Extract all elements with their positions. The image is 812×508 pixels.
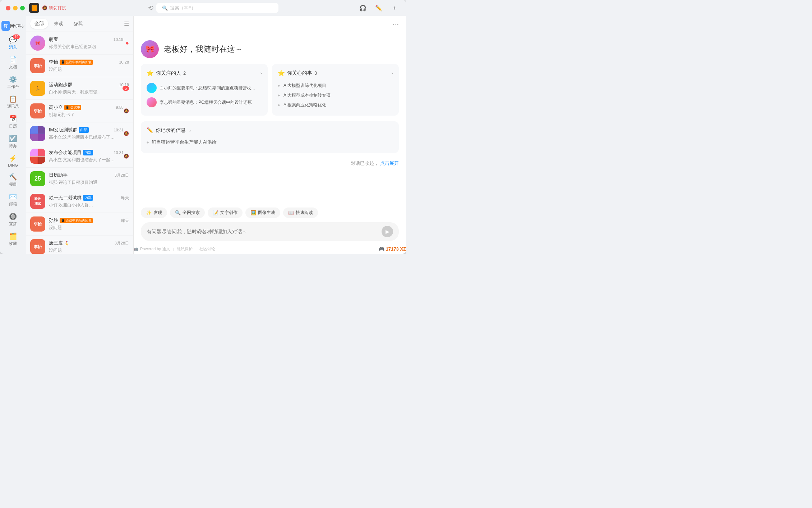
chat-name-running: 运动跑步群 xyxy=(49,81,72,88)
meeting-badge-sun: 📱 会议中稍后再回复 xyxy=(60,218,93,223)
conversation-collapsed: 对话已收起， 点击展开 xyxy=(141,159,399,168)
meeting-badge-gao: 📱 会议中 xyxy=(64,105,81,110)
star-icon: ⭐ xyxy=(147,70,154,76)
ai-avatar: 🎀 xyxy=(141,40,159,58)
follow-person-1[interactable]: 白小帅的重要消息：总结S1期间的重点项目营收… xyxy=(147,81,262,95)
action-write[interactable]: 📝 文字创作 xyxy=(208,208,243,218)
action-image[interactable]: 🖼️ 图像生成 xyxy=(245,208,280,218)
follow-thing-2[interactable]: ◆ AI大模型成本控制转专项 xyxy=(278,90,393,100)
settings-button[interactable]: ✏️ xyxy=(373,2,384,14)
sidebar-item-collection[interactable]: 🗂️ 收藏 xyxy=(0,229,26,249)
sidebar-item-workspace[interactable]: ⚙️ 工作台 xyxy=(0,73,26,92)
sidebar-item-todo[interactable]: ☑️ 待办 xyxy=(0,132,26,152)
notes-card: ✏️ 你记录的信息 › ◆ 钉当猫运营平台生产能力AI供给 xyxy=(141,121,399,153)
sidebar-item-messages[interactable]: 💬 14 消息 xyxy=(0,33,26,53)
more-options-button[interactable]: ··· xyxy=(393,20,399,28)
chat-name-launch: 发布会功能项目 内部 xyxy=(49,149,93,156)
chat-item-tangsanpi[interactable]: 李怡 唐三皮 🎖️ 3月28日 没问题 xyxy=(26,236,133,254)
close-button[interactable] xyxy=(6,6,10,10)
chat-item-mengbao[interactable]: 🎀 萌宝 10:19 你最关心的事已经更新啦 ● xyxy=(26,32,133,55)
title-bar: 🟧 🔕 请勿打扰 ⟲ 🔍 搜索（⌘F） 🎧 ✏️ ＋ xyxy=(0,0,406,16)
chat-name-gaoxiaoli: 高小立 📱 会议中 xyxy=(49,104,81,111)
follow-people-card: ⭐ 你关注的人 2 › 白小帅的重要消息：总结S1期间的重点项目营收… 李志强的… xyxy=(141,64,268,116)
chat-main-header: ··· xyxy=(134,16,406,33)
info-cards: ⭐ 你关注的人 2 › 白小帅的重要消息：总结S1期间的重点项目营收… 李志强的… xyxy=(141,64,399,116)
avatar-sunsheng: 李怡 xyxy=(30,216,45,232)
book-icon: 📖 xyxy=(288,210,294,215)
chat-list-tabs: 全部 未读 @我 ☰ xyxy=(26,16,133,32)
avatar-bxs xyxy=(147,83,157,93)
sidebar-org[interactable]: 钉 网钉科技 ‹ xyxy=(0,19,26,33)
sidebar-item-contacts[interactable]: 📋 通讯录 xyxy=(0,92,26,112)
projects-icon: 🔨 xyxy=(9,173,17,181)
sidebar-item-mail[interactable]: ✉️ 邮箱 xyxy=(0,190,26,210)
follow-thing-1[interactable]: ◆ AI大模型训练优化项目 xyxy=(278,81,393,90)
chat-item-sunsheng[interactable]: 李怡 孙胜 📱 会议中稍后再回复 昨天 没问题 xyxy=(26,213,133,236)
mute-icon-im: 🔕 xyxy=(124,131,129,136)
follow-thing-3[interactable]: ◆ AI搜索商业化策略优化 xyxy=(278,100,393,110)
sidebar-collapse-icon[interactable]: ‹ xyxy=(23,24,24,28)
maximize-button[interactable] xyxy=(20,6,25,10)
avatar-running: 🏃 xyxy=(30,81,45,96)
chat-item-calendar[interactable]: 25 日历助手 3月28日 张熙 评论了日程项目沟通 xyxy=(26,168,133,190)
notes-item-1[interactable]: ◆ 钉当猫运营平台生产能力AI供给 xyxy=(147,137,393,147)
action-discover[interactable]: ✨ 发现 xyxy=(141,208,167,218)
sidebar-item-ding[interactable]: ⚡ DING xyxy=(0,152,26,170)
docs-icon: 📄 xyxy=(9,56,17,64)
globe-search-icon: 🔍 xyxy=(175,210,181,215)
sidebar-item-yida[interactable]: 🔘 宜搭 xyxy=(0,210,26,229)
collection-icon: 🗂️ xyxy=(9,232,17,240)
avatar-imtest xyxy=(30,126,45,141)
add-button[interactable]: ＋ xyxy=(389,2,400,14)
send-button[interactable]: ▶ xyxy=(382,226,393,237)
contacts-icon: 📋 xyxy=(9,95,17,103)
tag-inner: 内部 xyxy=(79,127,89,133)
sidebar: 钉 网钉科技 ‹ 💬 14 消息 📄 文档 ⚙️ 工作台 📋 xyxy=(0,16,26,254)
expand-link[interactable]: 点击展开 xyxy=(380,160,399,166)
tab-all[interactable]: 全部 xyxy=(30,19,48,29)
arrow-right-icon: › xyxy=(260,70,262,76)
sidebar-item-more[interactable]: ··· 更多 xyxy=(0,249,26,254)
ai-greeting: 🎀 老板好，我随时在这～ xyxy=(141,40,399,58)
community-link[interactable]: 社区讨论 xyxy=(199,246,215,252)
action-read[interactable]: 📖 快速阅读 xyxy=(283,208,318,218)
bell-slash-icon: 🔕 xyxy=(42,5,47,10)
search-bar[interactable]: 🔍 搜索（⌘F） xyxy=(156,3,278,13)
tongyi-icon: 🤖 xyxy=(134,247,139,251)
dot-indicator: ● xyxy=(125,40,129,46)
chat-item-running[interactable]: 🏃 运动跑步群 10:19 白小帅:前两天，我跟志强… 5 xyxy=(26,77,133,100)
chat-item-launch[interactable]: 发布会功能项目 内部 10:31 高小立:文案和图也结合到了一起… 🔕 xyxy=(26,145,133,168)
action-search[interactable]: 🔍 全网搜索 xyxy=(170,208,205,218)
chat-item-testgroup[interactable]: 验收测试 独一无二测试群 内部 昨天 小钉:欢迎白小帅入群… xyxy=(26,190,133,213)
arrow-right-icon2: › xyxy=(392,70,393,76)
notes-dot-icon: ◆ xyxy=(147,141,149,144)
tab-atme[interactable]: @我 xyxy=(69,19,87,29)
write-icon: 📝 xyxy=(213,210,218,215)
messages-icon: 💬 14 xyxy=(9,36,17,44)
privacy-link[interactable]: 隐私保护 xyxy=(177,246,193,252)
chat-item-liyi[interactable]: 李怡 李怡 📱 会议中稍后再回复 10:28 没问题 xyxy=(26,55,133,77)
follow-person-2[interactable]: 李志强的重要消息：PC端聊天会话中的设计还原 xyxy=(147,95,262,109)
tab-unread[interactable]: 未读 xyxy=(50,19,68,29)
image-icon: 🖼️ xyxy=(250,210,256,215)
mute-icon-launch: 🔕 xyxy=(124,154,129,159)
workspace-icon: ⚙️ xyxy=(9,75,17,83)
dot-icon2: ◆ xyxy=(278,94,280,97)
sidebar-item-projects[interactable]: 🔨 项目 xyxy=(0,170,26,190)
avatar-mengbao: 🎀 xyxy=(30,36,45,51)
chat-input[interactable] xyxy=(147,229,382,234)
chat-item-imtest[interactable]: IM发版测试群 内部 10:31 高小立:这周的新版本已经发布了… 🔕 xyxy=(26,122,133,145)
app-icon: 🟧 xyxy=(29,3,39,13)
chat-item-gaoxiaoli[interactable]: 李怡 高小立 📱 会议中 9:58 别忘记打卡了 🔕 xyxy=(26,100,133,122)
avatar-testgroup: 验收测试 xyxy=(30,194,45,209)
do-not-disturb[interactable]: 🔕 请勿打扰 xyxy=(42,5,66,11)
sidebar-item-docs[interactable]: 📄 文档 xyxy=(0,53,26,73)
avatar-gaoxiaoli: 李怡 xyxy=(30,103,45,118)
headset-button[interactable]: 🎧 xyxy=(357,2,369,14)
minimize-button[interactable] xyxy=(13,6,18,10)
filter-icon[interactable]: ☰ xyxy=(124,20,129,27)
pencil-icon: ✏️ xyxy=(147,127,153,134)
powered-by: 🤖 Powered by 通义 xyxy=(134,246,170,252)
sidebar-item-calendar[interactable]: 📅 日历 xyxy=(0,112,26,132)
history-button[interactable]: ⟲ xyxy=(148,4,153,12)
